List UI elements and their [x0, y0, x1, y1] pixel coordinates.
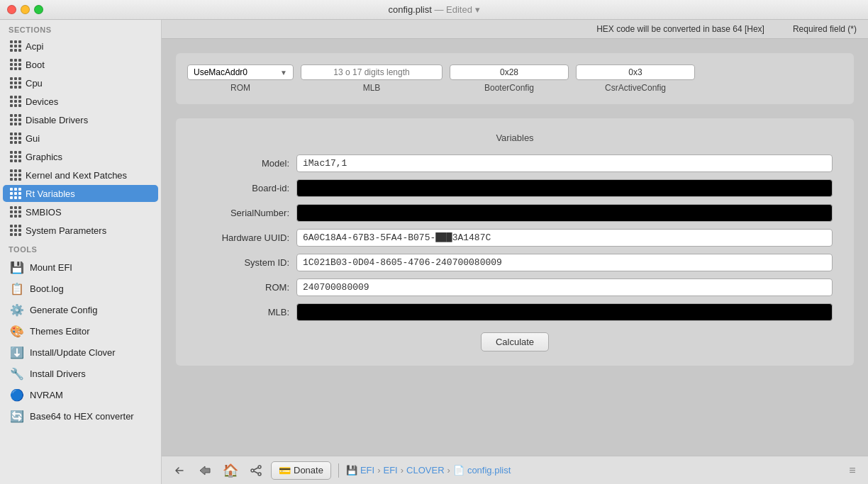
mlb-field-input[interactable] [296, 303, 833, 321]
booter-col: BooterConfig [450, 64, 569, 93]
breadcrumb-config-icon: 📄 [453, 465, 464, 475]
bottom-bar: 🏠 💳 Donate 💾 EFI › EFI › [162, 456, 868, 484]
mlb-field-label: MLB: [197, 307, 289, 317]
sidebar-item-rt-variables[interactable]: Rt Variables [3, 185, 158, 202]
window-title: config.plist — Edited ▾ [388, 4, 479, 15]
sidebar-item-generate-config[interactable]: ⚙️ Generate Config [3, 300, 158, 320]
booter-config-input[interactable] [450, 64, 569, 80]
home-icon-btn[interactable]: 🏠 [220, 460, 241, 481]
csr-col: CsrActiveConfig [576, 64, 695, 93]
boot-log-icon: 📋 [10, 281, 24, 296]
breadcrumb-efi2[interactable]: EFI [384, 465, 398, 475]
svg-point-0 [258, 466, 261, 468]
breadcrumb-sep-2: › [401, 465, 404, 475]
sidebar-label-install-drivers: Install Drivers [30, 368, 86, 379]
grid-icon-boot [10, 59, 21, 70]
bottom-divider [338, 463, 339, 478]
sidebar-item-cpu[interactable]: Cpu [3, 74, 158, 91]
grid-icon-kernel-kext [10, 169, 21, 181]
sidebar-label-nvram: NVRAM [30, 390, 63, 400]
chevron-down-icon: ▼ [280, 69, 287, 77]
sidebar-label-kernel-kext: Kernel and Kext Patches [26, 170, 127, 181]
sidebar-item-gui[interactable]: Gui [3, 130, 158, 147]
grid-icon-graphics [10, 151, 21, 162]
sidebar-item-install-clover[interactable]: ⬇️ Install/Update Clover [3, 342, 158, 362]
sidebar-item-smbios[interactable]: SMBIOS [3, 203, 158, 220]
rom-dropdown[interactable]: UseMacAddr0 ▼ [187, 64, 294, 80]
form-row-board-id: Board-id: [197, 179, 833, 197]
main-panel: UseMacAddr0 ▼ ROM MLB BooterConfig [162, 39, 868, 456]
svg-point-2 [258, 473, 261, 475]
sidebar-item-base64-converter[interactable]: 🔄 Base64 to HEX converter [3, 406, 158, 426]
sidebar: SECTIONS Acpi Boot Cpu Devices [0, 20, 162, 484]
serial-input[interactable] [296, 204, 833, 222]
sidebar-label-system-parameters: System Parameters [26, 225, 106, 236]
main-layout: SECTIONS Acpi Boot Cpu Devices [0, 20, 868, 484]
filename-label: config.plist [388, 4, 431, 15]
back-icon-btn[interactable] [169, 460, 190, 481]
sidebar-label-cpu: Cpu [26, 78, 43, 89]
breadcrumb-efi1[interactable]: EFI [360, 465, 374, 475]
sections-header: SECTIONS [0, 20, 161, 37]
sidebar-item-acpi[interactable]: Acpi [3, 38, 158, 55]
form-row-mlb: MLB: [197, 303, 833, 321]
share-icon-btn[interactable] [245, 460, 267, 481]
window-controls[interactable] [7, 5, 43, 14]
sidebar-label-devices: Devices [26, 96, 58, 107]
sidebar-label-themes-editor: Themes Editor [30, 326, 90, 337]
rom-dropdown-value: UseMacAddr0 [194, 67, 247, 77]
form-row-system-id: System ID: [197, 254, 833, 271]
sidebar-label-gui: Gui [26, 133, 40, 144]
base64-converter-icon: 🔄 [10, 409, 24, 423]
required-notice: Required field (*) [793, 24, 857, 34]
sidebar-item-kernel-kext[interactable]: Kernel and Kext Patches [3, 167, 158, 184]
hw-uuid-input[interactable] [296, 229, 833, 247]
serial-label: SerialNumber: [197, 208, 289, 218]
svg-point-1 [251, 469, 254, 472]
breadcrumb-config-plist[interactable]: config.plist [467, 465, 511, 475]
mlb-label: MLB [363, 83, 381, 93]
form-row-rom: ROM: [197, 278, 833, 296]
donate-button[interactable]: 💳 Donate [271, 461, 331, 480]
menu-icon[interactable]: ≡ [844, 462, 861, 479]
mlb-col: MLB [301, 64, 443, 93]
mount-efi-icon: 💾 [10, 260, 24, 274]
sidebar-label-boot-log: Boot.log [30, 283, 64, 294]
rom-field-input[interactable] [296, 278, 833, 296]
edited-label: — Edited ▾ [434, 4, 479, 15]
sidebar-item-boot[interactable]: Boot [3, 56, 158, 73]
sidebar-item-mount-efi[interactable]: 💾 Mount EFI [3, 257, 158, 277]
grid-icon-smbios [10, 206, 21, 218]
grid-icon-rt-variables [10, 188, 21, 199]
breadcrumb-clover[interactable]: CLOVER [406, 465, 444, 475]
sidebar-label-install-clover: Install/Update Clover [30, 347, 116, 358]
sidebar-item-devices[interactable]: Devices [3, 93, 158, 110]
maximize-button[interactable] [34, 5, 43, 14]
sidebar-item-nvram[interactable]: 🔵 NVRAM [3, 385, 158, 405]
sidebar-item-boot-log[interactable]: 📋 Boot.log [3, 278, 158, 298]
csr-active-input[interactable] [576, 64, 695, 80]
calculate-button[interactable]: Calculate [481, 332, 549, 351]
breadcrumb-efi1-icon: 💾 [346, 465, 357, 475]
sidebar-item-install-drivers[interactable]: 🔧 Install Drivers [3, 364, 158, 383]
hw-uuid-label: Hardware UUID: [197, 232, 289, 243]
forward-icon-btn[interactable] [194, 460, 216, 481]
form-row-hw-uuid: Hardware UUID: [197, 229, 833, 247]
board-id-input[interactable] [296, 179, 833, 197]
model-input[interactable] [296, 154, 833, 172]
donate-label: Donate [294, 465, 323, 475]
mlb-input[interactable] [301, 64, 443, 80]
generate-config-icon: ⚙️ [10, 303, 24, 317]
grid-icon-cpu [10, 77, 21, 89]
sidebar-label-mount-efi: Mount EFI [30, 262, 72, 273]
sidebar-item-graphics[interactable]: Graphics [3, 148, 158, 165]
breadcrumb: 💾 EFI › EFI › CLOVER › 📄 config.plist [346, 465, 840, 475]
system-id-input[interactable] [296, 254, 833, 271]
sidebar-item-themes-editor[interactable]: 🎨 Themes Editor [3, 321, 158, 341]
close-button[interactable] [7, 5, 16, 14]
sidebar-item-disable-drivers[interactable]: Disable Drivers [3, 111, 158, 128]
grid-icon-gui [10, 133, 21, 144]
sidebar-item-system-parameters[interactable]: System Parameters [3, 222, 158, 239]
sidebar-label-boot: Boot [26, 60, 45, 70]
minimize-button[interactable] [21, 5, 30, 14]
